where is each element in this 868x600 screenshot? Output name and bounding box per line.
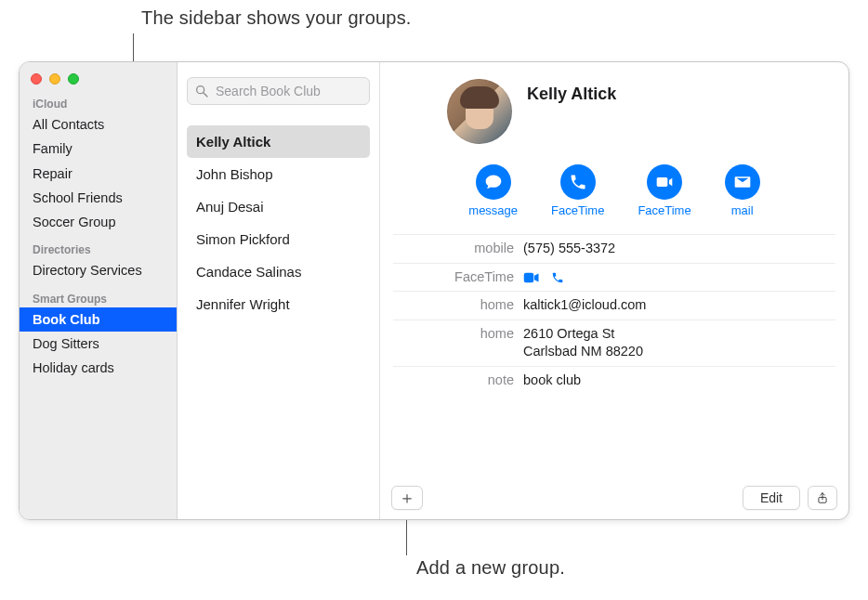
plus-icon: ＋ bbox=[399, 487, 415, 509]
callout-sidebar-label: The sidebar shows your groups. bbox=[141, 7, 412, 29]
message-action[interactable]: message bbox=[468, 164, 518, 217]
sidebar-item-all-contacts[interactable]: All Contacts bbox=[20, 112, 177, 137]
address-line: 2610 Ortega St bbox=[523, 325, 835, 344]
contact-list-item[interactable]: Kelly Altick bbox=[187, 125, 370, 158]
field-label: home bbox=[393, 325, 523, 361]
video-icon bbox=[647, 164, 682, 200]
svg-rect-2 bbox=[524, 272, 534, 282]
facetime-video-action[interactable]: FaceTime bbox=[638, 164, 690, 217]
mail-action[interactable]: mail bbox=[725, 164, 760, 217]
close-window-button[interactable] bbox=[31, 73, 42, 85]
contact-list-item[interactable]: John Bishop bbox=[187, 158, 370, 190]
facetime-audio-icon[interactable] bbox=[549, 269, 572, 284]
contacts-window: iCloud All Contacts Family Repair School… bbox=[19, 61, 849, 520]
contact-name: Kelly Altick bbox=[527, 79, 616, 104]
sidebar-section-icloud: iCloud bbox=[20, 94, 177, 112]
search-icon bbox=[194, 84, 209, 98]
sidebar-item-dog-sitters[interactable]: Dog Sitters bbox=[20, 332, 177, 356]
field-value[interactable]: kaltick1@icloud.com bbox=[523, 296, 835, 315]
field-home-address: home 2610 Ortega St Carlsbad NM 88220 bbox=[393, 320, 835, 366]
action-label: FaceTime bbox=[638, 203, 690, 217]
window-controls bbox=[20, 68, 177, 94]
sidebar-item-directory-services[interactable]: Directory Services bbox=[20, 258, 177, 282]
field-value[interactable]: (575) 555-3372 bbox=[523, 240, 835, 258]
search-field-wrapper bbox=[187, 77, 370, 105]
minimize-window-button[interactable] bbox=[49, 73, 60, 85]
detail-bottom-bar: ＋ Edit bbox=[391, 486, 837, 510]
action-label: FaceTime bbox=[551, 203, 604, 217]
field-label: mobile bbox=[393, 240, 523, 258]
action-label: message bbox=[468, 203, 518, 217]
quick-actions-row: message FaceTime FaceTime mail bbox=[393, 164, 835, 217]
edit-button[interactable]: Edit bbox=[743, 486, 800, 510]
avatar[interactable] bbox=[447, 79, 512, 144]
sidebar: iCloud All Contacts Family Repair School… bbox=[20, 62, 178, 519]
sidebar-item-holiday-cards[interactable]: Holiday cards bbox=[20, 356, 177, 380]
field-label: FaceTime bbox=[393, 268, 523, 287]
sidebar-section-directories: Directories bbox=[20, 240, 177, 258]
mail-icon bbox=[725, 164, 760, 200]
phone-icon bbox=[560, 164, 596, 200]
card-header: Kelly Altick bbox=[393, 79, 835, 144]
share-button[interactable] bbox=[808, 486, 837, 510]
share-icon bbox=[816, 490, 829, 505]
contact-detail-pane: Kelly Altick message FaceTime FaceTime bbox=[380, 62, 848, 519]
facetime-audio-action[interactable]: FaceTime bbox=[551, 164, 604, 217]
sidebar-item-repair[interactable]: Repair bbox=[20, 162, 177, 186]
field-label: note bbox=[393, 372, 523, 390]
add-button[interactable]: ＋ bbox=[391, 486, 423, 510]
contact-list-item[interactable]: Candace Salinas bbox=[187, 255, 370, 288]
contact-list-item[interactable]: Jennifer Wright bbox=[187, 288, 370, 320]
field-value[interactable]: 2610 Ortega St Carlsbad NM 88220 bbox=[523, 325, 835, 361]
field-facetime: FaceTime bbox=[393, 263, 835, 292]
field-home-email: home kaltick1@icloud.com bbox=[393, 291, 835, 320]
svg-line-1 bbox=[204, 93, 207, 97]
search-input[interactable] bbox=[187, 77, 370, 105]
message-icon bbox=[476, 164, 511, 200]
contact-list-item[interactable]: Simon Pickford bbox=[187, 223, 370, 255]
sidebar-item-soccer-group[interactable]: Soccer Group bbox=[20, 210, 177, 234]
sidebar-item-family[interactable]: Family bbox=[20, 137, 177, 161]
sidebar-item-school-friends[interactable]: School Friends bbox=[20, 186, 177, 210]
sidebar-item-book-club[interactable]: Book Club bbox=[20, 307, 177, 332]
field-note: note book club bbox=[393, 366, 835, 395]
field-value[interactable]: book club bbox=[523, 372, 835, 390]
callout-add-group-label: Add a new group. bbox=[416, 557, 565, 579]
field-value bbox=[523, 268, 835, 287]
sidebar-section-smart-groups: Smart Groups bbox=[20, 289, 177, 307]
contact-list-item[interactable]: Anuj Desai bbox=[187, 190, 370, 223]
action-label: mail bbox=[731, 203, 754, 217]
contact-list-pane: Kelly Altick John Bishop Anuj Desai Simo… bbox=[178, 62, 380, 519]
field-label: home bbox=[393, 296, 523, 315]
svg-point-0 bbox=[197, 86, 204, 94]
fullscreen-window-button[interactable] bbox=[68, 73, 79, 85]
address-line: Carlsbad NM 88220 bbox=[523, 343, 835, 361]
field-mobile: mobile (575) 555-3372 bbox=[393, 234, 835, 263]
callout-line bbox=[406, 520, 407, 555]
facetime-video-icon[interactable] bbox=[523, 269, 546, 284]
